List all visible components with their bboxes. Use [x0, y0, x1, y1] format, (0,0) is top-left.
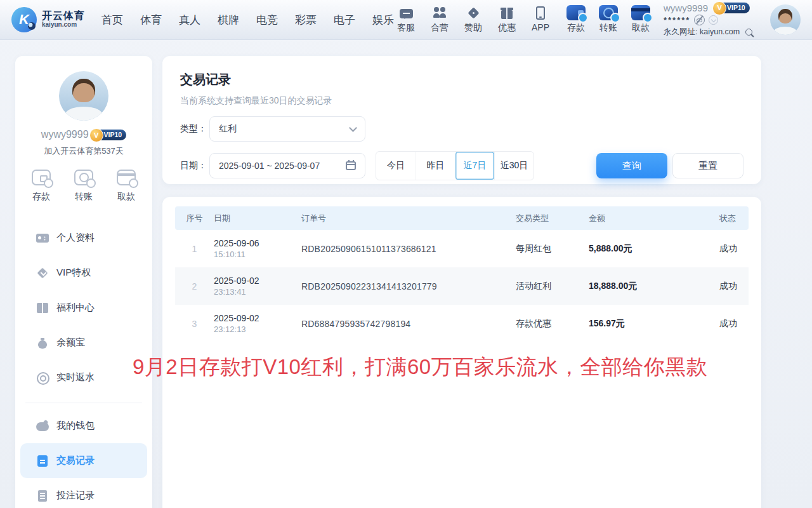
profile-avatar[interactable] — [59, 71, 108, 121]
nav-link[interactable]: 电子 — [334, 13, 355, 27]
nav-link[interactable]: 棋牌 — [218, 13, 239, 27]
nav-link[interactable]: 首页 — [102, 13, 123, 27]
table-row[interactable]: 1 2025-09-06 15:10:11 RDB202509061510113… — [175, 230, 749, 267]
quick-action-icon — [467, 6, 480, 19]
main-nav: 首页体育真人棋牌电竞彩票电子娱乐 — [102, 13, 394, 27]
nav-link[interactable]: 真人 — [179, 13, 200, 27]
cell-date-value: 2025-09-06 — [214, 237, 301, 249]
cell-status: 成功 — [719, 318, 749, 330]
quick-action[interactable]: 优惠 — [495, 6, 518, 34]
wallet-shortcut[interactable]: 存款 — [32, 170, 51, 203]
sidebar-menu-item[interactable]: 福利中心 — [20, 290, 147, 325]
page-subtitle: 当前系统支持查询最近30日的交易记录 — [180, 95, 743, 107]
nav-link[interactable]: 电竞 — [256, 13, 278, 27]
topbar: K 开云体育 kaiyun.com 首页体育真人棋牌电竞彩票电子娱乐 客服 合营… — [0, 0, 812, 39]
cell-order-number: RD6884795935742798194 — [301, 319, 516, 329]
quick-range-button[interactable]: 今日 — [376, 152, 416, 180]
red-annotation-text: 9月2日存款打V10红利，打满60万百家乐流水，全部给你黑款 — [133, 353, 707, 382]
quick-action[interactable]: 客服 — [395, 6, 417, 34]
sidebar-menu-item[interactable]: 投注记录 — [20, 478, 147, 508]
sidebar-menu-icon — [36, 490, 49, 502]
wallet-shortcut[interactable]: 转账 — [74, 170, 93, 203]
wallet-action[interactable]: 存款 — [565, 6, 587, 34]
quick-action-label: 客服 — [397, 22, 415, 34]
quick-range-group: 今日昨日近7日近30日 — [376, 151, 534, 180]
sidebar-menu-top: 个人资料 VIP特权 福利中心 余额宝 实时返水 — [15, 220, 152, 395]
quick-action-label: 合营 — [431, 22, 449, 34]
quick-range-button[interactable]: 近30日 — [494, 152, 534, 180]
calendar-icon — [346, 161, 356, 170]
chevron-circle-icon[interactable] — [709, 15, 718, 25]
cell-transaction-type: 每周红包 — [516, 243, 589, 255]
sidebar-menu-label: 我的钱包 — [56, 420, 95, 432]
quick-actions: 客服 合营 赞助 优惠 APP — [395, 6, 552, 34]
cell-date: 2025-09-02 23:13:41 — [214, 275, 301, 298]
wallet-shortcut[interactable]: 取款 — [117, 170, 136, 203]
wallet-shortcut-label: 转账 — [75, 191, 93, 203]
nav-link[interactable]: 娱乐 — [372, 13, 394, 27]
table-header-cell: 状态 — [719, 213, 749, 224]
cell-index: 1 — [175, 244, 214, 254]
sidebar-menu-icon — [36, 455, 49, 467]
brand-logo[interactable]: K 开云体育 kaiyun.com — [11, 7, 85, 32]
sidebar-menu-item[interactable]: 我的钱包 — [20, 408, 147, 443]
permanent-url-label: 永久网址: kaiyun.com — [664, 27, 740, 37]
date-range-value: 2025-09-01 ~ 2025-09-07 — [219, 161, 320, 171]
wallet-shortcut-label: 存款 — [32, 191, 50, 203]
sidebar-menu-icon — [36, 420, 49, 432]
wallet-action[interactable]: 取款 — [629, 6, 652, 34]
wallet-action[interactable]: 转账 — [597, 6, 620, 34]
eye-off-icon[interactable] — [694, 15, 705, 25]
brand-letter: K — [19, 11, 29, 28]
sidebar-menu-label: 交易记录 — [56, 455, 95, 467]
cell-index: 3 — [175, 319, 214, 329]
quick-range-button[interactable]: 近7日 — [455, 152, 494, 180]
table-header-cell: 日期 — [214, 213, 301, 224]
quick-action[interactable]: 赞助 — [462, 6, 485, 34]
sidebar-menu-item[interactable]: 余额宝 — [20, 325, 147, 360]
cell-time-value: 23:13:41 — [214, 286, 301, 298]
quick-action[interactable]: APP — [529, 6, 552, 34]
wallet-shortcuts: 存款 转账 取款 — [32, 170, 136, 203]
sidebar-menu-label: VIP特权 — [56, 267, 91, 279]
wallet-shortcut-icon — [117, 170, 136, 185]
magnifier-icon[interactable] — [745, 29, 752, 36]
quick-range-button[interactable]: 昨日 — [416, 152, 455, 180]
joined-days-label: 加入开云体育第537天 — [15, 145, 152, 157]
sidebar-menu-item[interactable]: VIP特权 — [20, 255, 147, 290]
wallet-action-label: 取款 — [632, 22, 650, 34]
nav-link[interactable]: 体育 — [140, 13, 162, 27]
masked-balance: ****** — [664, 15, 690, 25]
cell-status: 成功 — [719, 281, 749, 292]
search-button[interactable]: 查询 — [596, 153, 667, 178]
cell-time-value: 23:12:13 — [214, 324, 301, 335]
cell-time-value: 15:10:11 — [214, 249, 301, 260]
wallet-shortcut-icon — [74, 170, 93, 185]
table-body: 1 2025-09-06 15:10:11 RDB202509061510113… — [175, 230, 749, 342]
sidebar-menu-item[interactable]: 个人资料 — [20, 220, 147, 255]
sidebar-menu-bottom: 我的钱包 交易记录 投注记录 — [15, 408, 152, 508]
nav-link[interactable]: 彩票 — [295, 13, 317, 27]
type-select[interactable]: 红利 — [209, 116, 365, 142]
sidebar-menu-icon — [36, 302, 49, 314]
table-row[interactable]: 2 2025-09-02 23:13:41 RDB202509022313414… — [175, 267, 749, 305]
sidebar-menu-icon — [36, 267, 49, 279]
sidebar-menu-label: 福利中心 — [56, 302, 95, 314]
brand-text: 开云体育 kaiyun.com — [42, 11, 85, 28]
date-range-input[interactable]: 2025-09-01 ~ 2025-09-07 — [209, 153, 365, 178]
table-header-row: 序号日期订单号交易类型金额状态 — [175, 206, 749, 230]
wallet-actions: 存款 转账 取款 — [565, 6, 652, 34]
chevron-down-icon — [349, 124, 357, 132]
table-header-cell: 订单号 — [301, 213, 516, 224]
reset-button[interactable]: 重置 — [672, 153, 743, 178]
cell-amount: 5,888.00元 — [589, 243, 719, 255]
sidebar-menu-item[interactable]: 交易记录 — [20, 443, 147, 478]
page: K 开云体育 kaiyun.com 首页体育真人棋牌电竞彩票电子娱乐 客服 合营… — [0, 0, 812, 508]
sidebar-menu-label: 个人资料 — [56, 232, 95, 244]
sidebar-menu-item[interactable]: 实时返水 — [20, 360, 147, 395]
wallet-action-label: 存款 — [567, 22, 585, 34]
quick-action[interactable]: 合营 — [428, 6, 451, 34]
wallet-action-icon — [599, 5, 618, 20]
table-row[interactable]: 3 2025-09-02 23:12:13 RD6884795935742798… — [175, 305, 749, 342]
user-avatar[interactable] — [770, 4, 801, 35]
